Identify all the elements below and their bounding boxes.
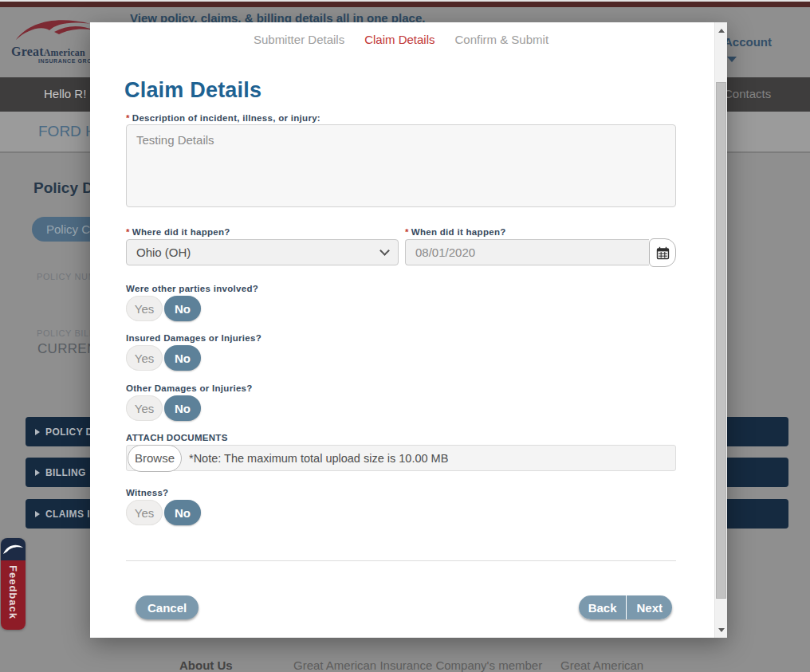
- insured-damages-no-button[interactable]: No: [164, 345, 201, 371]
- accordion-billing-right-stub[interactable]: [726, 458, 788, 487]
- claim-details-step-panel: Submitter Details Claim Details Confirm …: [90, 22, 714, 638]
- other-damages-toggle: Yes No: [126, 395, 676, 421]
- insured-damages-yes-button[interactable]: Yes: [126, 345, 163, 371]
- logo-wordmark: GreatAmerican: [11, 45, 85, 59]
- accordion-policy-documents-right-stub[interactable]: [726, 417, 788, 446]
- browse-button[interactable]: Browse: [128, 445, 182, 472]
- required-mark: *: [126, 113, 130, 123]
- back-button[interactable]: Back: [579, 595, 627, 619]
- feedback-eagle-badge: [1, 538, 26, 560]
- required-mark: *: [126, 227, 130, 237]
- policy-breadcrumb: FORD H: [38, 123, 96, 140]
- where-selected-value: Ohio (OH): [136, 246, 191, 259]
- policy-details-heading: Policy D: [33, 179, 93, 197]
- nav-item-contacts[interactable]: Contacts: [724, 87, 771, 100]
- eagle-logo-icon: [14, 13, 102, 43]
- account-menu[interactable]: Account: [724, 35, 772, 49]
- upload-size-note: *Note: The maximum total upload size is …: [189, 452, 448, 465]
- step-confirm-submit[interactable]: Confirm & Submit: [455, 32, 549, 48]
- other-damages-yes-button[interactable]: Yes: [126, 395, 163, 421]
- step-submitter-details[interactable]: Submitter Details: [254, 32, 344, 48]
- when-label: *When did it happen?: [405, 227, 676, 237]
- witness-label: Witness?: [126, 488, 676, 497]
- witness-yes-button[interactable]: Yes: [126, 500, 163, 525]
- insured-damages-toggle: Yes No: [126, 345, 676, 371]
- eagle-logo-icon: [1, 538, 26, 560]
- page-top-maroon-stripe: [0, 2, 810, 7]
- chevron-down-icon: [379, 246, 390, 256]
- footer-divider: [126, 560, 676, 561]
- feedback-label: Feedback: [7, 565, 19, 619]
- wizard-stepper: Submitter Details Claim Details Confirm …: [126, 32, 676, 48]
- upload-bar: Browse *Note: The maximum total upload s…: [126, 445, 676, 471]
- modal-scrollbar[interactable]: [714, 22, 727, 638]
- cancel-button[interactable]: Cancel: [136, 595, 199, 619]
- required-mark: *: [405, 227, 409, 237]
- description-textarea[interactable]: Testing Details: [126, 124, 676, 207]
- triangle-right-icon: [35, 511, 40, 517]
- other-parties-yes-button[interactable]: Yes: [126, 296, 163, 321]
- calendar-icon: [656, 246, 670, 260]
- accordion-claims-right-stub[interactable]: [726, 499, 788, 529]
- where-label: *Where did it happen?: [126, 227, 399, 237]
- caret-down-icon[interactable]: [727, 57, 737, 62]
- nav-greeting[interactable]: Hello R!: [44, 87, 86, 100]
- other-parties-toggle: Yes No: [126, 296, 676, 321]
- insured-damages-label: Insured Damages or Injuries?: [126, 333, 676, 343]
- current-value-text: CURREN: [37, 341, 97, 357]
- footer-brand-text: Great American: [560, 658, 643, 672]
- accordion-policy-documents[interactable]: POLICY D: [26, 417, 100, 446]
- scrollbar-thumb[interactable]: [716, 82, 726, 599]
- footer-member-text: Great American Insurance Company's membe…: [293, 658, 542, 672]
- calendar-picker-button[interactable]: [649, 238, 676, 267]
- modal-title: Claim Details: [124, 78, 676, 102]
- step-claim-details[interactable]: Claim Details: [364, 32, 434, 48]
- other-parties-no-button[interactable]: No: [164, 296, 201, 321]
- policy-number-label: POLICY NUM: [37, 272, 96, 281]
- witness-toggle: Yes No: [126, 500, 676, 525]
- triangle-right-icon: [35, 470, 40, 476]
- feedback-tab[interactable]: Feedback: [1, 538, 26, 630]
- accordion-claims[interactable]: CLAIMS I: [26, 499, 100, 529]
- other-damages-no-button[interactable]: No: [164, 395, 201, 421]
- description-label: *Description of incident, illness, or in…: [126, 113, 676, 123]
- scroll-down-arrow-icon[interactable]: [715, 623, 728, 636]
- where-select[interactable]: Ohio (OH): [126, 239, 399, 265]
- when-date-input[interactable]: [405, 239, 649, 265]
- witness-no-button[interactable]: No: [164, 500, 201, 525]
- accordion-billing[interactable]: BILLING: [26, 458, 100, 487]
- triangle-right-icon: [35, 429, 40, 435]
- footer-about-us-link[interactable]: About Us: [179, 658, 233, 672]
- scroll-up-arrow-icon[interactable]: [715, 24, 728, 37]
- policy-bill-label: POLICY BILL: [37, 328, 94, 338]
- claim-wizard-modal: Submitter Details Claim Details Confirm …: [90, 22, 727, 638]
- next-button[interactable]: Next: [627, 595, 672, 619]
- other-parties-label: Were other parties involved?: [126, 284, 676, 293]
- other-damages-label: Other Damages or Injuries?: [126, 383, 676, 393]
- attach-documents-label: ATTACH DOCUMENTS: [126, 433, 676, 442]
